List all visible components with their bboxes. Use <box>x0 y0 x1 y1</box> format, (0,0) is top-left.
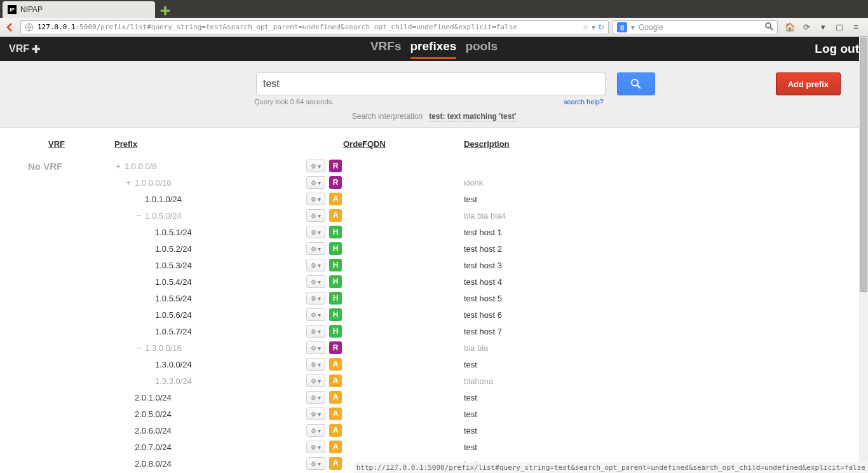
expand-toggle[interactable]: + <box>114 161 122 171</box>
header-prefix[interactable]: Prefix <box>114 139 305 149</box>
cell-prefix: 2.0.1.0/24 <box>114 393 305 402</box>
row-actions-button[interactable]: ⚙▾ <box>306 160 325 172</box>
prefix-text[interactable]: 1.0.5.5/24 <box>155 294 192 303</box>
prefix-text[interactable]: 2.0.7.0/24 <box>135 442 172 452</box>
browser-search-bar[interactable]: g ▾ Google <box>613 20 778 34</box>
row-actions-button[interactable]: ⚙▾ <box>306 358 325 371</box>
row-actions-button[interactable]: ⚙▾ <box>306 457 325 470</box>
cell-order: ⚙▾H <box>305 275 362 288</box>
row-actions-button[interactable]: ⚙▾ <box>306 408 325 420</box>
prefix-text[interactable]: 1.0.5.7/24 <box>155 327 192 336</box>
search-help-link[interactable]: search help? <box>564 98 604 106</box>
prefix-row[interactable]: 2.0.6.0/24⚙▾Atest <box>25 422 843 439</box>
prefix-text[interactable]: 1.0.5.1/24 <box>155 228 192 237</box>
row-actions-button[interactable]: ⚙▾ <box>306 226 325 238</box>
cell-prefix: 1.0.5.6/24 <box>114 310 305 320</box>
new-tab-button[interactable] <box>156 4 174 18</box>
row-actions-button[interactable]: ⚙▾ <box>306 292 325 305</box>
prefix-row[interactable]: 1.0.5.5/24⚙▾Htest host 5 <box>25 290 843 306</box>
header-vrf[interactable]: VRF <box>25 139 114 149</box>
prefix-text[interactable]: 1.3.3.0/24 <box>155 376 192 386</box>
scrollbar-thumb[interactable] <box>860 38 867 292</box>
prefix-text[interactable]: 1.0.5.0/24 <box>145 211 182 221</box>
prefix-row[interactable]: 1.0.5.7/24⚙▾Htest host 7 <box>25 323 843 339</box>
prefix-row[interactable]: 1.0.1.0/24⚙▾Atest <box>25 191 843 207</box>
row-actions-button[interactable]: ⚙▾ <box>306 374 325 387</box>
vrf-add[interactable]: VRF ✚ <box>9 43 40 55</box>
prefix-row[interactable]: No VRF+1.0.0.0/8⚙▾R <box>25 158 843 174</box>
prefix-row[interactable]: 1.3.0.0/24⚙▾Atest <box>25 356 843 373</box>
prefix-row[interactable]: +1.0.0.0/16⚙▾Rklonk <box>25 174 843 191</box>
prefix-row[interactable]: 1.0.5.3/24⚙▾Htest host 3 <box>25 257 843 273</box>
row-actions-button[interactable]: ⚙▾ <box>306 441 325 453</box>
svg-point-5 <box>632 79 638 86</box>
row-actions-button[interactable]: ⚙▾ <box>306 341 325 354</box>
prefix-text[interactable]: 2.0.1.0/24 <box>135 393 172 402</box>
prefix-row[interactable]: 1.0.5.6/24⚙▾Htest host 6 <box>25 306 843 323</box>
prefix-row[interactable]: 1.0.5.1/24⚙▾Htest host 1 <box>25 224 843 240</box>
prefix-text[interactable]: 2.0.8.0/24 <box>135 459 172 469</box>
prefix-text[interactable]: 1.0.5.3/24 <box>155 261 192 270</box>
reload-icon[interactable]: ↻ <box>598 23 604 32</box>
prefix-row[interactable]: 1.0.5.2/24⚙▾Htest host 2 <box>25 240 843 257</box>
back-button[interactable] <box>4 21 17 34</box>
url-bar[interactable]: 127.0.0.1:5000/prefix/list#query_string=… <box>20 20 609 34</box>
menu-icon[interactable]: ≡ <box>850 22 862 33</box>
row-actions-button[interactable]: ⚙▾ <box>306 391 325 404</box>
prefix-text[interactable]: 1.0.5.6/24 <box>155 310 192 320</box>
expand-toggle[interactable]: − <box>135 211 142 221</box>
prefix-row[interactable]: 2.0.1.0/24⚙▾Atest <box>25 389 843 406</box>
dropdown-icon[interactable]: ▾ <box>592 23 595 32</box>
prefix-text[interactable]: 2.0.6.0/24 <box>135 426 172 435</box>
nav-vrfs[interactable]: VRFs <box>370 39 402 59</box>
prefix-row[interactable]: 1.0.5.4/24⚙▾Htest host 4 <box>25 273 843 290</box>
android-icon[interactable]: ▢ <box>834 22 845 33</box>
header-description[interactable]: Description <box>464 139 843 149</box>
row-actions-button[interactable]: ⚙▾ <box>306 209 325 222</box>
scrollbar[interactable] <box>859 37 868 469</box>
row-actions-button[interactable]: ⚙▾ <box>306 193 325 205</box>
search-icon[interactable] <box>764 22 773 32</box>
prefix-row[interactable]: 1.3.3.0/24⚙▾Ablahona <box>25 373 843 389</box>
header-order[interactable]: Order <box>305 139 362 149</box>
prefix-text[interactable]: 2.0.5.0/24 <box>135 409 172 419</box>
prefix-row[interactable]: −1.3.0.0/16⚙▾Rbla bla <box>25 339 843 356</box>
prefix-text[interactable]: 1.0.1.0/24 <box>145 195 182 204</box>
prefix-text[interactable]: 1.3.0.0/16 <box>145 343 182 353</box>
row-actions-button[interactable]: ⚙▾ <box>306 176 325 189</box>
row-actions-button[interactable]: ⚙▾ <box>306 424 325 437</box>
cell-prefix: 1.0.5.3/24 <box>114 261 305 270</box>
type-badge: H <box>329 242 342 255</box>
home-icon[interactable]: 🏠 <box>784 22 796 33</box>
sync-icon[interactable]: ⟳ <box>801 22 812 33</box>
prefix-row[interactable]: −1.0.5.0/24⚙▾Abla bla bla4 <box>25 207 843 224</box>
row-actions-button[interactable]: ⚙▾ <box>306 275 325 288</box>
cell-prefix: 1.0.5.1/24 <box>114 228 305 237</box>
search-button[interactable] <box>617 72 655 95</box>
prefix-text[interactable]: 1.3.0.0/24 <box>155 360 192 369</box>
url-text: 127.0.0.1:5000/prefix/list#query_string=… <box>37 23 578 31</box>
bookmark-star-icon[interactable]: ☆ <box>582 23 589 32</box>
nav-pools[interactable]: pools <box>465 39 498 59</box>
nav-prefixes[interactable]: prefixes <box>410 39 457 59</box>
expand-toggle[interactable]: + <box>125 178 132 188</box>
row-actions-button[interactable]: ⚙▾ <box>306 242 325 255</box>
dropdown-icon[interactable]: ▾ <box>817 22 829 33</box>
logout-link[interactable]: Log out <box>815 42 859 56</box>
prefix-search-input[interactable] <box>256 72 606 95</box>
dropdown-icon[interactable]: ▾ <box>631 23 635 32</box>
prefix-row[interactable]: 2.0.7.0/24⚙▾Atest <box>25 439 843 455</box>
prefix-row[interactable]: 2.0.5.0/24⚙▾Atest <box>25 406 843 422</box>
header-fqdn[interactable]: FQDN <box>362 139 464 149</box>
add-prefix-button[interactable]: Add prefix <box>776 72 841 95</box>
browser-tab[interactable]: IP NIPAP <box>3 1 155 18</box>
prefix-text[interactable]: 1.0.5.2/24 <box>155 244 192 254</box>
cell-order: ⚙▾H <box>305 226 362 238</box>
row-actions-button[interactable]: ⚙▾ <box>306 259 325 271</box>
prefix-text[interactable]: 1.0.0.0/8 <box>125 161 157 171</box>
expand-toggle[interactable]: − <box>135 343 142 353</box>
row-actions-button[interactable]: ⚙▾ <box>306 308 325 321</box>
prefix-text[interactable]: 1.0.5.4/24 <box>155 277 192 287</box>
row-actions-button[interactable]: ⚙▾ <box>306 325 325 338</box>
prefix-text[interactable]: 1.0.0.0/16 <box>135 178 172 188</box>
